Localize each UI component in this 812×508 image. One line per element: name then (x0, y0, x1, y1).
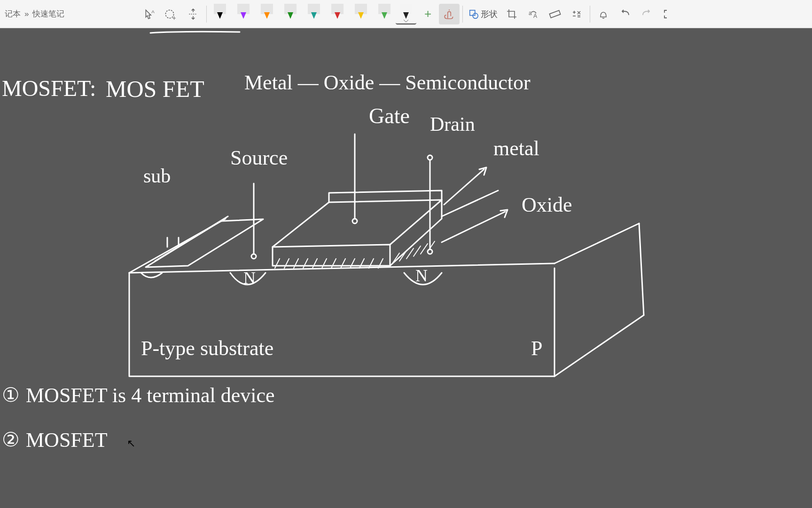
text-cursor-tool[interactable]: A (140, 4, 160, 24)
breadcrumb-sep: » (24, 9, 29, 19)
shapes-button[interactable]: 形状 (466, 4, 500, 24)
separator (590, 6, 590, 23)
hw-N1: N (243, 268, 256, 288)
pen-teal[interactable] (304, 4, 324, 24)
breadcrumb-notebook: 记本 (5, 8, 21, 19)
svg-point-8 (251, 254, 256, 259)
shapes-icon (468, 9, 479, 19)
breadcrumb-note: 快速笔记 (32, 8, 64, 19)
hw-N2: N (415, 266, 428, 286)
ruler-icon (549, 8, 561, 20)
svg-point-11 (428, 155, 432, 160)
svg-point-2 (449, 9, 450, 10)
fullscreen-icon (663, 8, 674, 20)
chevron-down-icon (404, 20, 408, 23)
math-icon (571, 8, 582, 20)
hw-note2-prefix: ② (2, 428, 20, 451)
hw-sub: sub (143, 165, 171, 187)
touch-draw-tool[interactable] (439, 4, 460, 24)
math-tool[interactable] (566, 4, 587, 24)
hw-title-mid: MOS FET (106, 75, 204, 103)
pen-black[interactable] (210, 4, 230, 24)
lasso-tool[interactable]: + (161, 4, 182, 24)
svg-point-10 (428, 249, 432, 254)
pen-yellow[interactable] (351, 4, 371, 24)
pen-current[interactable] (396, 4, 416, 24)
redo-button[interactable] (636, 4, 657, 24)
pen-red[interactable] (327, 4, 348, 24)
separator (206, 6, 207, 23)
hw-oxide: Oxide (522, 193, 572, 217)
breadcrumb[interactable]: 记本 » 快速笔记 (2, 8, 67, 19)
fullscreen-button[interactable] (658, 4, 679, 24)
hw-gate: Gate (369, 103, 410, 128)
toolbar: 记本 » 快速笔记 A + + (0, 0, 812, 28)
pen-green[interactable] (280, 4, 301, 24)
undo-icon (619, 8, 631, 20)
svg-rect-7 (550, 10, 561, 18)
svg-point-9 (352, 219, 357, 223)
hw-note1-prefix: ① (2, 383, 20, 406)
svg-text:A: A (533, 13, 537, 19)
hw-drain: Drain (430, 113, 475, 135)
svg-text:a: a (529, 10, 532, 16)
add-pen-button[interactable]: + (417, 4, 438, 24)
bell-icon (598, 8, 609, 20)
redo-icon (641, 8, 652, 20)
separator (462, 6, 463, 23)
notifications-button[interactable] (593, 4, 614, 24)
hw-ptype: P-type substrate (141, 336, 273, 360)
svg-rect-3 (470, 10, 475, 15)
hw-title-left: MOSFET: (2, 75, 96, 101)
hw-note1: MOSFET is 4 terminal device (26, 383, 275, 407)
translate-tool[interactable]: a A (523, 4, 544, 24)
translate-icon: a A (528, 8, 539, 20)
hw-title-right: Metal — Oxide — Semiconductor (244, 71, 531, 95)
pen-palette (210, 4, 395, 24)
svg-point-4 (473, 13, 478, 18)
crop-icon (506, 8, 517, 20)
hw-note2: MOSFET (26, 428, 108, 452)
insert-space-tool[interactable] (183, 4, 203, 24)
plus-icon: + (424, 7, 431, 21)
svg-text:A: A (152, 8, 155, 14)
crop-tool[interactable] (501, 4, 522, 24)
pen-purple[interactable] (233, 4, 254, 24)
drawing-canvas[interactable]: MOSFET: MOS FET Metal — Oxide — Semicond… (0, 28, 812, 508)
shapes-label: 形状 (481, 8, 498, 20)
hw-source: Source (230, 146, 288, 170)
mouse-cursor: ↖ (127, 437, 135, 450)
undo-button[interactable] (615, 4, 635, 24)
pen-orange[interactable] (257, 4, 277, 24)
hw-P: P (531, 336, 542, 360)
ruler-tool[interactable] (545, 4, 565, 24)
hw-metal: metal (493, 136, 539, 160)
pen-lime[interactable] (374, 4, 395, 24)
